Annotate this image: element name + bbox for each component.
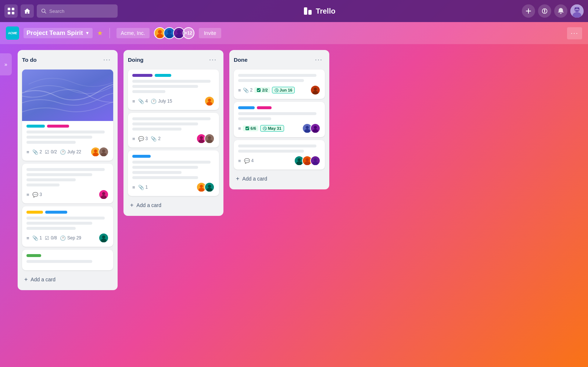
- board-header: ACME Project Team Spirit ▼ ★ Acme, Inc.: [0, 22, 588, 44]
- card-lines-6: [132, 117, 215, 131]
- svg-point-36: [102, 192, 105, 195]
- card-8[interactable]: ≡ 📎 2 2/2 Jun 16: [234, 70, 325, 99]
- home-button[interactable]: [21, 4, 34, 18]
- card-lines-7: [132, 161, 215, 179]
- comment-count: 3: [146, 136, 148, 141]
- add-card-button-doing[interactable]: + Add a card: [128, 199, 219, 211]
- board-more-actions: ···: [567, 27, 582, 39]
- svg-point-16: [576, 9, 576, 10]
- member-count-badge[interactable]: +12: [183, 27, 194, 39]
- date-badge-9: May 31: [260, 125, 284, 132]
- create-button[interactable]: [522, 4, 535, 18]
- card-line: [26, 217, 105, 220]
- checklist-progress: 0/2: [51, 149, 57, 154]
- notifications-button[interactable]: [554, 4, 567, 18]
- card-meta-lines: ≡: [238, 158, 241, 164]
- card-lines-2: [26, 168, 109, 186]
- column-doing: Doing ··· ≡ 📎: [123, 50, 223, 216]
- card-meta-checklist: ☑ 0/8: [45, 235, 57, 241]
- lines-icon: ≡: [132, 185, 135, 190]
- card-line: [132, 90, 165, 93]
- card-meta-attachments: 📎 2: [151, 136, 161, 142]
- svg-point-34: [101, 153, 106, 157]
- card-meta-lines: ≡: [132, 136, 135, 142]
- card-line: [132, 117, 211, 120]
- card-10[interactable]: ≡ 💬 4: [234, 140, 325, 170]
- svg-point-49: [207, 139, 212, 144]
- board-star-icon[interactable]: ★: [97, 29, 103, 37]
- search-placeholder: Search: [49, 8, 64, 14]
- svg-point-33: [102, 149, 105, 153]
- info-button[interactable]: [538, 4, 551, 18]
- svg-point-23: [167, 30, 171, 34]
- card-meta-comments: 💬 3: [138, 136, 148, 142]
- card-footer-6: ≡ 💬 3 📎 2: [132, 133, 215, 144]
- card-7[interactable]: ≡ 📎 1: [128, 150, 219, 196]
- attachment-icon: 📎: [151, 136, 157, 142]
- search-bar[interactable]: Search: [37, 4, 118, 18]
- card-avatar: [204, 96, 215, 106]
- board-more-button[interactable]: ···: [567, 27, 582, 39]
- card-meta-lines: ≡: [238, 88, 241, 93]
- card-meta-attachments: 📎 1: [138, 185, 148, 190]
- clock-icon: 🕐: [151, 99, 157, 104]
- card-line: [26, 227, 76, 230]
- attachment-count: 2: [158, 136, 161, 141]
- card-2[interactable]: ≡ 💬 3: [22, 164, 113, 203]
- card-3[interactable]: ≡ 📎 1 ☑ 0/8 🕐 Sep 29: [22, 206, 113, 247]
- invite-button[interactable]: Invite: [199, 28, 221, 38]
- card-line: [238, 145, 316, 147]
- add-card-button-todo[interactable]: + Add a card: [22, 273, 113, 286]
- app-logo: Trello: [121, 7, 519, 15]
- checklist-badge-9: 6/6: [243, 125, 258, 131]
- board-name-button[interactable]: Project Team Spirit ▼: [24, 28, 93, 38]
- card-body-3: ≡ 📎 1 ☑ 0/8 🕐 Sep 29: [22, 206, 113, 243]
- card-line: [26, 168, 105, 171]
- comment-icon: 💬: [244, 158, 250, 164]
- sidebar-toggle-button[interactable]: »: [0, 53, 12, 75]
- add-card-button-done[interactable]: + Add a card: [234, 172, 325, 185]
- member-avatars-group: +12: [154, 27, 194, 39]
- svg-point-31: [93, 153, 98, 157]
- card-line: [26, 131, 105, 133]
- card-6[interactable]: ≡ 💬 3 📎 2: [128, 113, 219, 147]
- lines-icon: ≡: [26, 192, 29, 197]
- attachment-icon: 📎: [32, 149, 38, 155]
- svg-point-46: [198, 139, 204, 144]
- svg-rect-28: [22, 70, 113, 121]
- card-9[interactable]: ≡ 6/6 May 31: [234, 102, 325, 137]
- attachment-icon: 📎: [243, 88, 249, 93]
- card-1[interactable]: ≡ 📎 2 ☑ 0/2 🕐 July 22: [22, 70, 113, 161]
- checklist-label: 2/2: [262, 88, 268, 92]
- plus-icon: +: [236, 175, 239, 182]
- workspace-name-button[interactable]: Acme, Inc.: [116, 28, 150, 38]
- column-menu-doing[interactable]: ···: [207, 55, 219, 64]
- svg-point-24: [166, 34, 173, 39]
- column-menu-todo[interactable]: ···: [101, 55, 113, 64]
- card-5[interactable]: ≡ 📎 4 🕐 July 15: [128, 70, 219, 110]
- grid-menu-button[interactable]: [4, 4, 18, 18]
- column-menu-done[interactable]: ···: [313, 55, 325, 64]
- svg-point-40: [101, 239, 106, 243]
- plus-icon: +: [24, 276, 28, 283]
- add-card-label: Add a card: [31, 277, 55, 282]
- attachment-count: 4: [146, 99, 148, 104]
- card-meta-date: 🕐 Sep 29: [60, 235, 81, 241]
- card-4[interactable]: [22, 250, 113, 270]
- card-meta-date: 🕐 July 15: [151, 99, 172, 104]
- svg-point-42: [208, 99, 211, 102]
- card-tags-7: [132, 155, 215, 158]
- tag-teal: [155, 74, 171, 77]
- card-avatar: [98, 189, 109, 200]
- card-avatars-8: [310, 85, 320, 95]
- user-avatar[interactable]: [570, 4, 584, 18]
- card-avatars-9: [302, 123, 320, 133]
- column-todo: To do ···: [18, 50, 118, 290]
- card-line: [26, 173, 92, 176]
- svg-point-43: [207, 102, 212, 106]
- column-header-todo: To do ···: [22, 54, 113, 67]
- board-title: Project Team Spirit: [26, 29, 83, 37]
- checklist-badge-8: 2/2: [254, 87, 270, 93]
- svg-point-73: [306, 158, 309, 161]
- tag-blue: [45, 211, 67, 214]
